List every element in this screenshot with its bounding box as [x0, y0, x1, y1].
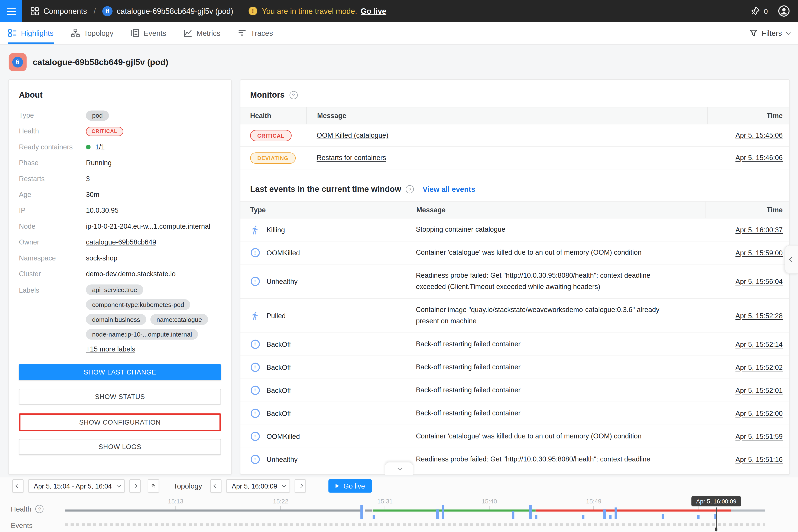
go-live-link[interactable]: Go live — [361, 6, 386, 15]
alert-circle-icon: ! — [250, 432, 260, 441]
event-message: Container 'catalogue' was killed due to … — [416, 431, 664, 442]
monitors-table: CRITICAL OOM Killed (catalogue) Apr 5, 1… — [241, 124, 789, 169]
owner-link[interactable]: catalogue-69b58cb649 — [86, 238, 156, 246]
show-logs-button[interactable]: SHOW LOGS — [19, 439, 221, 455]
event-message: Readiness probe failed: Get "http://10.0… — [416, 454, 664, 465]
timeline-track[interactable]: 15:13 15:22 15:31 15:40 — [65, 477, 765, 532]
event-type-icon: ! — [250, 248, 260, 258]
time-marker[interactable]: Apr 5, 16:00:09 — [691, 496, 741, 507]
collapse-panel-button[interactable] — [785, 245, 798, 274]
highlights-icon — [8, 28, 17, 37]
event-row: ! BackOff Back-off restarting failed con… — [241, 379, 789, 402]
event-bar — [609, 515, 612, 519]
event-type-label: Killing — [266, 226, 285, 234]
monitor-time-link[interactable]: Apr 5, 15:45:06 — [735, 132, 783, 139]
event-time-link[interactable]: Apr 5, 15:52:02 — [735, 363, 783, 371]
event-message: Stopping container catalogue — [416, 224, 664, 235]
alert-circle-icon: ! — [250, 248, 260, 257]
monitors-help-icon[interactable]: ? — [289, 91, 297, 99]
monitor-message-link[interactable]: Restarts for containers — [317, 154, 386, 162]
show-configuration-button[interactable]: SHOW CONFIGURATION — [19, 413, 221, 431]
event-bar — [512, 511, 514, 519]
chevron-down-icon — [397, 466, 402, 471]
event-message: Container image "quay.io/stackstate/weav… — [416, 304, 664, 327]
event-message: Readiness probe failed: Get "http://10.0… — [416, 270, 664, 293]
event-bar — [604, 509, 606, 519]
event-time-link[interactable]: Apr 5, 15:51:16 — [735, 455, 783, 463]
top-bar: Components / catalogue-69b58cb649-gjl5v … — [0, 0, 798, 22]
event-type-icon: ! — [250, 277, 260, 286]
runner-icon — [250, 311, 260, 321]
view-all-events-link[interactable]: View all events — [423, 185, 475, 193]
about-row-namespace: Namespace sock-shop — [19, 253, 221, 263]
events-table-header: Type Message Time — [241, 201, 789, 218]
event-type-icon: ! — [250, 339, 260, 349]
chevron-down-icon — [786, 30, 790, 34]
monitors-title: Monitors — [250, 91, 285, 100]
event-time-link[interactable]: Apr 5, 15:52:14 — [735, 340, 783, 348]
event-type-label: Unhealthy — [266, 455, 298, 463]
pin-icon[interactable] — [750, 6, 760, 16]
event-time-link[interactable]: Apr 5, 15:59:00 — [735, 249, 783, 256]
event-type-icon: ! — [250, 454, 260, 464]
time-travel-warning-icon: ! — [248, 6, 257, 15]
monitor-status-badge: DEVIATING — [250, 152, 296, 164]
about-row-restarts: Restarts 3 — [19, 173, 221, 184]
time-travel-warning-text: You are in time travel mode. — [262, 6, 357, 15]
tab-events[interactable]: Events — [131, 22, 166, 44]
about-card: About Type pod Health CRITICAL Ready con… — [8, 79, 232, 475]
tab-topology[interactable]: Topology — [71, 22, 113, 44]
more-labels-link[interactable]: +15 more labels — [86, 345, 135, 353]
traces-icon — [238, 28, 247, 37]
alert-circle-icon: ! — [250, 340, 260, 349]
events-help-icon[interactable]: ? — [406, 185, 414, 193]
about-title: About — [19, 91, 221, 100]
tab-highlights[interactable]: Highlights — [8, 22, 54, 44]
event-type-icon: ! — [250, 362, 260, 372]
monitor-time-link[interactable]: Apr 5, 15:46:06 — [735, 154, 783, 162]
label-chip: component-type:kubernetes-pod — [86, 299, 190, 310]
range-prev-button[interactable] — [12, 479, 24, 493]
event-bar — [529, 505, 532, 519]
monitor-status-badge: CRITICAL — [250, 130, 291, 141]
event-type-icon: ! — [250, 431, 260, 441]
event-type-label: Unhealthy — [266, 278, 298, 285]
event-type-label: BackOff — [266, 410, 291, 417]
monitor-message-link[interactable]: OOM Killed (catalogue) — [317, 132, 388, 139]
health-help-icon[interactable]: ? — [36, 505, 44, 513]
runner-icon — [250, 225, 260, 235]
filter-funnel-icon — [749, 29, 758, 37]
breadcrumb-components[interactable]: Components — [43, 6, 87, 15]
expand-events-button[interactable] — [385, 462, 413, 475]
event-time-link[interactable]: Apr 5, 15:51:59 — [735, 433, 783, 440]
tab-metrics[interactable]: Metrics — [184, 22, 221, 44]
tab-traces[interactable]: Traces — [238, 22, 273, 44]
alert-circle-icon: ! — [250, 277, 260, 286]
event-time-link[interactable]: Apr 5, 15:56:04 — [735, 278, 783, 285]
event-type-icon: ! — [250, 311, 260, 321]
event-time-link[interactable]: Apr 5, 15:52:28 — [735, 312, 783, 320]
event-row: ! Killing Stopping container catalogue A… — [241, 218, 789, 242]
event-time-link[interactable]: Apr 5, 16:00:37 — [735, 226, 783, 234]
pod-health-icon — [9, 53, 27, 71]
event-row: ! BackOff Back-off restarting failed con… — [241, 333, 789, 356]
label-chip: domain:business — [86, 314, 146, 325]
event-bar — [442, 505, 444, 519]
filters-button[interactable]: Filters — [749, 22, 789, 44]
view-tab-bar: Highlights Topology Events Metrics — [0, 22, 798, 44]
show-last-change-button[interactable]: SHOW LAST CHANGE — [19, 364, 221, 380]
time-marker-handle[interactable] — [715, 527, 718, 531]
health-row-label: Health ? — [11, 505, 44, 513]
event-time-link[interactable]: Apr 5, 15:52:01 — [735, 386, 783, 394]
about-row-type: Type pod — [19, 110, 221, 121]
event-time-link[interactable]: Apr 5, 15:52:00 — [735, 410, 783, 417]
user-avatar[interactable] — [778, 5, 790, 17]
event-message: Back-off restarting failed container — [416, 408, 664, 419]
event-bar — [535, 515, 537, 519]
event-row: ! Unhealthy Readiness probe failed: Get … — [241, 265, 789, 299]
show-status-button[interactable]: SHOW STATUS — [19, 389, 221, 404]
event-row: ! OOMKilled Container 'catalogue' was ki… — [241, 242, 789, 265]
hamburger-menu-button[interactable] — [0, 0, 22, 22]
breadcrumb-entity[interactable]: catalogue-69b58cb649-gjl5v (pod) — [117, 6, 233, 15]
details-panel: Monitors ? Health Message Time CRITICAL … — [240, 79, 790, 475]
